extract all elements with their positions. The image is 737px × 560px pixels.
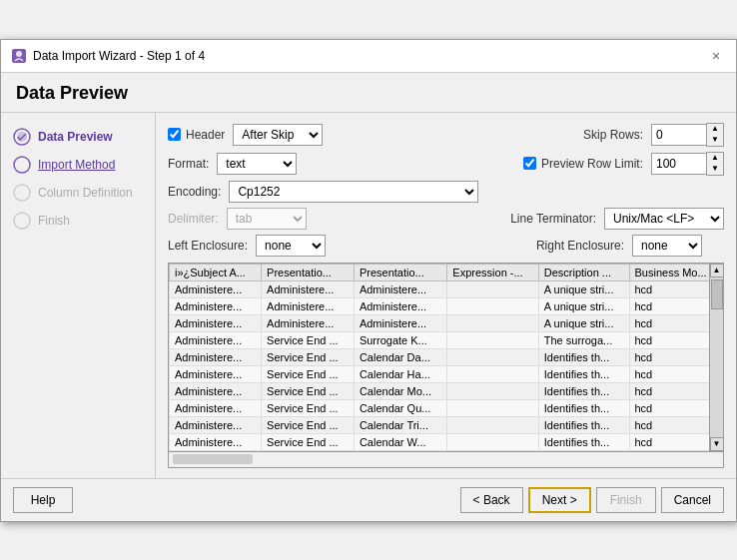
finish-icon (12, 211, 32, 231)
preview-row-limit-checkbox[interactable] (523, 157, 536, 170)
help-button[interactable]: Help (13, 487, 73, 513)
delimiter-select[interactable]: tab comma semicolon (227, 208, 307, 230)
vscroll-track[interactable] (710, 278, 724, 437)
col-header-0[interactable]: i»¿Subject A... (170, 264, 262, 280)
h-scroll-bar[interactable] (173, 454, 253, 464)
footer: Help < Back Next > Finish Cancel (1, 478, 736, 521)
header-label: Header (186, 128, 225, 142)
cell-5-0: Administere... (170, 365, 262, 382)
horizontal-scroll-area[interactable] (169, 451, 723, 467)
sidebar-item-finish: Finish (6, 207, 150, 235)
skip-rows-buttons: ▲ ▼ (706, 123, 724, 147)
data-table-container: i»¿Subject A... Presentatio... Presentat… (168, 263, 724, 468)
cell-9-1: Service End ... (262, 433, 355, 450)
preview-row-limit-input[interactable]: 100 (651, 153, 706, 175)
cancel-button[interactable]: Cancel (661, 487, 724, 513)
cell-4-4: Identifies th... (538, 348, 629, 365)
header-checkbox[interactable] (168, 128, 181, 141)
col-header-1[interactable]: Presentatio... (262, 264, 355, 280)
format-label: Format: (168, 157, 209, 171)
body: Data Preview Import Method Column De (1, 113, 736, 478)
cell-5-2: Calendar Ha... (354, 365, 446, 382)
vscroll-down-btn[interactable]: ▼ (710, 437, 724, 451)
preview-row-limit-buttons: ▲ ▼ (706, 152, 724, 176)
dialog: Data Import Wizard - Step 1 of 4 × Data … (0, 39, 737, 522)
cell-2-3 (447, 314, 538, 331)
line-terminator-select[interactable]: Unix/Mac <LF> Windows <CR+LF> Mac <CR> (604, 208, 724, 230)
cell-7-3 (447, 399, 538, 416)
wizard-icon (11, 48, 27, 64)
cell-1-0: Administere... (170, 297, 262, 314)
cell-7-0: Administere... (170, 399, 262, 416)
cell-3-3 (447, 331, 538, 348)
table-row[interactable]: Administere...Administere...Administere.… (170, 297, 723, 314)
cell-1-4: A unique stri... (538, 297, 629, 314)
next-button[interactable]: Next > (528, 487, 591, 513)
sidebar-item-import-method[interactable]: Import Method (6, 151, 150, 179)
preview-row-limit-up[interactable]: ▲ (707, 153, 723, 164)
preview-row-limit-label: Preview Row Limit: (541, 157, 643, 171)
skip-rows-input[interactable]: 0 (651, 124, 706, 146)
table-row[interactable]: Administere...Service End ...Surrogate K… (170, 331, 723, 348)
cell-1-1: Administere... (262, 297, 355, 314)
vscroll-up-btn[interactable]: ▲ (710, 264, 724, 278)
data-table-scroll[interactable]: i»¿Subject A... Presentatio... Presentat… (169, 264, 723, 451)
sidebar-label-finish: Finish (38, 214, 70, 228)
delimiter-label: Delimiter: (168, 212, 219, 226)
svg-point-6 (14, 213, 30, 229)
col-header-2[interactable]: Presentatio... (354, 264, 446, 280)
table-row[interactable]: Administere...Administere...Administere.… (170, 280, 723, 297)
table-row[interactable]: Administere...Administere...Administere.… (170, 314, 723, 331)
cell-4-3 (447, 348, 538, 365)
cell-9-3 (447, 433, 538, 450)
col-header-3[interactable]: Expression -... (447, 264, 538, 280)
table-row[interactable]: Administere...Service End ...Calendar Tr… (170, 416, 723, 433)
cell-7-4: Identifies th... (538, 399, 629, 416)
cell-6-2: Calendar Mo... (354, 382, 446, 399)
main-content: Header After Skip Before Skip None Skip … (156, 113, 736, 478)
cell-8-2: Calendar Tri... (354, 416, 446, 433)
sidebar-item-data-preview[interactable]: Data Preview (6, 123, 150, 151)
back-button[interactable]: < Back (460, 487, 523, 513)
encoding-row: Encoding: Cp1252 UTF-8 ISO-8859-1 UTF-16 (168, 181, 724, 203)
after-skip-select[interactable]: After Skip Before Skip None (233, 124, 323, 146)
preview-row-limit-down[interactable]: ▼ (707, 164, 723, 175)
left-enclosure-label: Left Enclosure: (168, 239, 248, 253)
vertical-scrollbar[interactable]: ▲ ▼ (709, 264, 723, 451)
left-enclosure-select[interactable]: none " ' (256, 235, 326, 257)
cell-0-4: A unique stri... (538, 280, 629, 297)
header-row: Header (168, 128, 225, 142)
cell-3-4: The surroga... (538, 331, 629, 348)
cell-0-1: Administere... (262, 280, 355, 297)
right-enclosure-select[interactable]: none " ' (632, 235, 702, 257)
vscroll-thumb[interactable] (711, 280, 723, 309)
cell-6-0: Administere... (170, 382, 262, 399)
col-header-4[interactable]: Description ... (538, 264, 629, 280)
finish-button[interactable]: Finish (596, 487, 656, 513)
cell-1-3 (447, 297, 538, 314)
cell-9-0: Administere... (170, 433, 262, 450)
close-button[interactable]: × (706, 46, 726, 66)
svg-point-1 (16, 51, 22, 57)
cell-5-3 (447, 365, 538, 382)
table-row[interactable]: Administere...Service End ...Calendar Da… (170, 348, 723, 365)
cell-4-1: Service End ... (262, 348, 355, 365)
cell-3-1: Service End ... (262, 331, 355, 348)
format-select[interactable]: text csv fixed (217, 153, 297, 175)
skip-rows-label: Skip Rows: (583, 128, 643, 142)
table-row[interactable]: Administere...Service End ...Calendar W.… (170, 433, 723, 450)
table-row[interactable]: Administere...Service End ...Calendar Ha… (170, 365, 723, 382)
skip-rows-up[interactable]: ▲ (707, 124, 723, 135)
table-row[interactable]: Administere...Service End ...Calendar Mo… (170, 382, 723, 399)
line-terminator-label: Line Terminator: (510, 212, 596, 226)
skip-rows-down[interactable]: ▼ (707, 135, 723, 146)
title-bar-left: Data Import Wizard - Step 1 of 4 (11, 48, 205, 64)
encoding-select[interactable]: Cp1252 UTF-8 ISO-8859-1 UTF-16 (229, 181, 478, 203)
cell-2-4: A unique stri... (538, 314, 629, 331)
cell-0-0: Administere... (170, 280, 262, 297)
cell-1-2: Administere... (354, 297, 446, 314)
table-row[interactable]: Administere...Service End ...Calendar Qu… (170, 399, 723, 416)
column-definition-icon (12, 183, 32, 203)
preview-row-limit-spinner: 100 ▲ ▼ (651, 152, 724, 176)
svg-point-4 (14, 157, 30, 173)
